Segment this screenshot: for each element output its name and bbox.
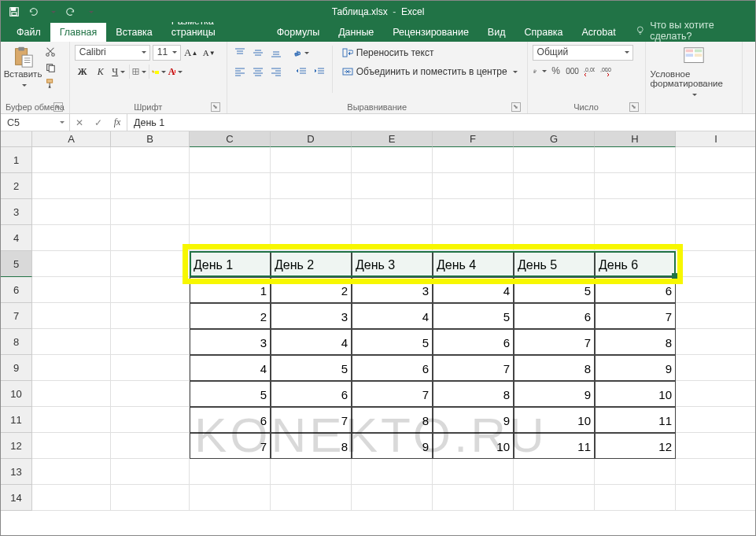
cell-D7[interactable]: 3 (271, 303, 352, 329)
cell-E11[interactable]: 8 (352, 407, 433, 433)
cell-H9[interactable]: 9 (595, 355, 676, 381)
cell-H5[interactable]: День 6 (595, 251, 676, 277)
cell-G4[interactable] (514, 225, 595, 251)
cell-A4[interactable] (32, 225, 111, 251)
format-painter-icon[interactable] (43, 76, 57, 91)
cell-A12[interactable] (32, 433, 111, 459)
row-header-10[interactable]: 10 (1, 381, 32, 407)
cell-H6[interactable]: 6 (595, 277, 676, 303)
save-icon[interactable] (6, 3, 23, 20)
cell-C10[interactable]: 5 (190, 381, 271, 407)
cell-C6[interactable]: 1 (190, 277, 271, 303)
cell-F1[interactable] (433, 147, 514, 173)
cell-I11[interactable] (676, 407, 755, 433)
cell-I4[interactable] (676, 225, 755, 251)
cell-I2[interactable] (676, 173, 755, 199)
cell-E3[interactable] (352, 199, 433, 225)
cell-F11[interactable]: 9 (433, 407, 514, 433)
row-header-11[interactable]: 11 (1, 407, 32, 433)
cell-A10[interactable] (32, 381, 111, 407)
cancel-formula-icon[interactable]: ✕ (70, 117, 89, 128)
cell-D12[interactable]: 8 (271, 433, 352, 459)
cell-E13[interactable] (352, 459, 433, 485)
cell-H11[interactable]: 11 (595, 407, 676, 433)
merge-center-button[interactable]: Объединить и поместить в центре (337, 64, 522, 79)
col-header-H[interactable]: H (595, 131, 676, 147)
alignment-dialog-launcher[interactable]: ⬊ (511, 102, 521, 112)
decrease-font-icon[interactable]: A▼ (201, 45, 217, 61)
cell-D9[interactable]: 5 (271, 355, 352, 381)
underline-button[interactable]: Ч (111, 64, 127, 79)
cell-A3[interactable] (32, 199, 111, 225)
cell-C11[interactable]: 6 (190, 407, 271, 433)
cell-A5[interactable] (32, 251, 111, 277)
cell-E6[interactable]: 3 (352, 277, 433, 303)
col-header-G[interactable]: G (514, 131, 595, 147)
number-format-combo[interactable]: Общий (533, 45, 633, 61)
cell-B3[interactable] (111, 199, 190, 225)
cell-C7[interactable]: 2 (190, 303, 271, 329)
tab-рецензирование[interactable]: Рецензирование (383, 23, 478, 42)
cell-E10[interactable]: 7 (352, 381, 433, 407)
cell-E1[interactable] (352, 147, 433, 173)
row-header-6[interactable]: 6 (1, 277, 32, 303)
tell-me-search[interactable]: Что вы хотите сделать? (635, 20, 755, 42)
cell-G6[interactable]: 5 (514, 277, 595, 303)
cell-A11[interactable] (32, 407, 111, 433)
cell-A1[interactable] (32, 147, 111, 173)
cell-G5[interactable]: День 5 (514, 251, 595, 277)
increase-indent-icon[interactable] (312, 64, 327, 79)
cut-icon[interactable] (43, 45, 57, 59)
tab-acrobat[interactable]: Acrobat (573, 23, 625, 42)
cell-I8[interactable] (676, 329, 755, 355)
cell-G11[interactable]: 10 (514, 407, 595, 433)
name-box[interactable]: C5 (1, 114, 70, 131)
decrease-indent-icon[interactable] (293, 64, 309, 79)
cell-D3[interactable] (271, 199, 352, 225)
col-header-E[interactable]: E (352, 131, 433, 147)
cell-D14[interactable] (271, 485, 352, 511)
tab-формулы[interactable]: Формулы (267, 23, 329, 42)
row-header-5[interactable]: 5 (1, 251, 32, 277)
cell-H1[interactable] (595, 147, 676, 173)
cell-G1[interactable] (514, 147, 595, 173)
row-header-8[interactable]: 8 (1, 329, 32, 355)
cell-C13[interactable] (190, 459, 271, 485)
tab-главная[interactable]: Главная (50, 23, 107, 42)
row-header-13[interactable]: 13 (1, 459, 32, 485)
paste-button[interactable]: Вставить (6, 45, 40, 89)
spreadsheet-grid[interactable]: ABCDEFGHI 1234567891011121314 День 1День… (1, 131, 755, 536)
cell-A2[interactable] (32, 173, 111, 199)
row-header-9[interactable]: 9 (1, 355, 32, 381)
cell-H7[interactable]: 7 (595, 303, 676, 329)
cell-I9[interactable] (676, 355, 755, 381)
cell-F12[interactable]: 10 (433, 433, 514, 459)
cell-B13[interactable] (111, 459, 190, 485)
font-dialog-launcher[interactable]: ⬊ (211, 102, 220, 112)
align-middle-icon[interactable] (250, 45, 266, 61)
cell-H14[interactable] (595, 485, 676, 511)
cell-C9[interactable]: 4 (190, 355, 271, 381)
cell-D2[interactable] (271, 173, 352, 199)
cell-F14[interactable] (433, 485, 514, 511)
cell-B4[interactable] (111, 225, 190, 251)
fill-color-icon[interactable] (152, 65, 166, 79)
cell-D1[interactable] (271, 147, 352, 173)
cell-I13[interactable] (676, 459, 755, 485)
increase-font-icon[interactable]: A▲ (183, 45, 199, 61)
cell-B1[interactable] (111, 147, 190, 173)
cell-F2[interactable] (433, 173, 514, 199)
cell-D13[interactable] (271, 459, 352, 485)
cell-I7[interactable] (676, 303, 755, 329)
row-header-4[interactable]: 4 (1, 225, 32, 251)
tab-файл[interactable]: Файл (7, 23, 50, 42)
conditional-formatting-button[interactable]: Условное форматирование (651, 45, 737, 98)
decrease-decimal-icon[interactable]: ,00,0 (599, 64, 613, 78)
align-right-icon[interactable] (268, 64, 284, 79)
row-header-7[interactable]: 7 (1, 303, 32, 329)
cell-I10[interactable] (676, 381, 755, 407)
cell-F3[interactable] (433, 199, 514, 225)
cell-A8[interactable] (32, 329, 111, 355)
cell-E2[interactable] (352, 173, 433, 199)
col-header-C[interactable]: C (190, 131, 271, 147)
